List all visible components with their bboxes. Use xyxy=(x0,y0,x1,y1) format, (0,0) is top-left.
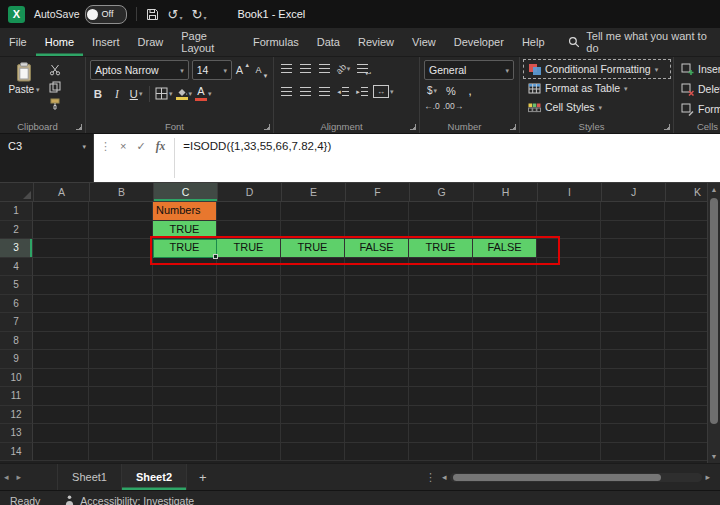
row-header-13[interactable]: 13 xyxy=(0,424,33,443)
cut-button[interactable] xyxy=(47,63,63,76)
cell-F13[interactable] xyxy=(345,424,409,443)
cell-B6[interactable] xyxy=(89,295,153,314)
cell-F4[interactable] xyxy=(345,258,409,277)
cell-H8[interactable] xyxy=(473,332,537,351)
column-header-D[interactable]: D xyxy=(218,183,282,202)
sheet-tab-sheet2[interactable]: Sheet2 xyxy=(122,464,187,490)
cell-C10[interactable] xyxy=(153,369,217,388)
cell-F14[interactable] xyxy=(345,443,409,462)
cell-C3[interactable]: TRUE xyxy=(153,239,217,258)
horizontal-scroll-track[interactable] xyxy=(450,473,703,482)
cell-F6[interactable] xyxy=(345,295,409,314)
cell-G3[interactable]: TRUE xyxy=(409,239,473,258)
copy-button[interactable] xyxy=(47,80,63,93)
row-header-6[interactable]: 6 xyxy=(0,295,33,314)
cell-C9[interactable] xyxy=(153,350,217,369)
cell-G10[interactable] xyxy=(409,369,473,388)
cell-C11[interactable] xyxy=(153,387,217,406)
column-header-J[interactable]: J xyxy=(602,183,666,202)
cell-F8[interactable] xyxy=(345,332,409,351)
alignment-dialog-launcher[interactable] xyxy=(408,122,417,131)
cell-J11[interactable] xyxy=(601,387,665,406)
cell-B2[interactable] xyxy=(89,221,153,240)
cell-H4[interactable] xyxy=(473,258,537,277)
cell-F11[interactable] xyxy=(345,387,409,406)
cell-G2[interactable] xyxy=(409,221,473,240)
sheet-nav-right-icon[interactable]: ▸ xyxy=(13,464,26,490)
cell-H12[interactable] xyxy=(473,406,537,425)
cell-E2[interactable] xyxy=(281,221,345,240)
cell-E8[interactable] xyxy=(281,332,345,351)
cell-D4[interactable] xyxy=(217,258,281,277)
tab-developer[interactable]: Developer xyxy=(445,28,513,56)
cell-D5[interactable] xyxy=(217,276,281,295)
cell-A3[interactable] xyxy=(33,239,89,258)
cell-G14[interactable] xyxy=(409,443,473,462)
cell-A1[interactable] xyxy=(33,202,89,221)
cell-C13[interactable] xyxy=(153,424,217,443)
cell-G5[interactable] xyxy=(409,276,473,295)
align-right-button[interactable] xyxy=(316,83,332,100)
cell-B1[interactable] xyxy=(89,202,153,221)
tab-home[interactable]: Home xyxy=(36,28,83,56)
number-dialog-launcher[interactable] xyxy=(508,122,517,131)
cell-H3[interactable]: FALSE xyxy=(473,239,537,258)
cell-B7[interactable] xyxy=(89,313,153,332)
column-header-A[interactable]: A xyxy=(34,183,90,202)
cell-B9[interactable] xyxy=(89,350,153,369)
row-header-14[interactable]: 14 xyxy=(0,443,33,462)
font-name-combo[interactable]: Aptos Narrow▾ xyxy=(90,60,189,80)
cell-C1[interactable]: Numbers xyxy=(153,202,217,221)
cell-B14[interactable] xyxy=(89,443,153,462)
row-header-4[interactable]: 4 xyxy=(0,258,33,277)
cell-I11[interactable] xyxy=(537,387,601,406)
cell-E11[interactable] xyxy=(281,387,345,406)
sheetbar-menu-icon[interactable]: ⋮ xyxy=(419,464,442,490)
cell-H5[interactable] xyxy=(473,276,537,295)
increase-decimal-button[interactable]: ←.0 xyxy=(424,97,440,114)
horizontal-scroll-thumb[interactable] xyxy=(453,474,661,481)
cell-I7[interactable] xyxy=(537,313,601,332)
align-middle-button[interactable] xyxy=(297,60,313,77)
tab-file[interactable]: File xyxy=(0,28,36,56)
column-header-G[interactable]: G xyxy=(410,183,474,202)
cell-F7[interactable] xyxy=(345,313,409,332)
enter-button[interactable]: ✓ xyxy=(131,134,150,182)
format-cells-button[interactable]: Format▾ xyxy=(678,100,720,118)
cell-D11[interactable] xyxy=(217,387,281,406)
cell-G11[interactable] xyxy=(409,387,473,406)
cell-I3[interactable] xyxy=(537,239,601,258)
cell-D7[interactable] xyxy=(217,313,281,332)
cell-G1[interactable] xyxy=(409,202,473,221)
clipboard-dialog-launcher[interactable] xyxy=(74,122,83,131)
row-header-9[interactable]: 9 xyxy=(0,350,33,369)
cell-A14[interactable] xyxy=(33,443,89,462)
scroll-right-icon[interactable]: ▸ xyxy=(705,472,710,482)
cell-D13[interactable] xyxy=(217,424,281,443)
cell-F12[interactable] xyxy=(345,406,409,425)
number-format-combo[interactable]: General▾ xyxy=(424,60,514,80)
cell-I1[interactable] xyxy=(537,202,601,221)
column-header-B[interactable]: B xyxy=(90,183,154,202)
font-color-button[interactable]: A▾ xyxy=(195,85,212,102)
cell-G13[interactable] xyxy=(409,424,473,443)
wrap-text-button[interactable]: ↩ xyxy=(354,60,370,77)
row-header-12[interactable]: 12 xyxy=(0,406,33,425)
comma-style-button[interactable]: , xyxy=(462,82,478,99)
cell-D12[interactable] xyxy=(217,406,281,425)
tab-formulas[interactable]: Formulas xyxy=(244,28,308,56)
bold-button[interactable]: B xyxy=(90,85,106,102)
cell-H9[interactable] xyxy=(473,350,537,369)
cell-I4[interactable] xyxy=(537,258,601,277)
scroll-left-icon[interactable]: ◂ xyxy=(442,472,447,482)
autosave-toggle[interactable]: Off xyxy=(85,5,127,24)
font-dialog-launcher[interactable] xyxy=(262,122,271,131)
cell-D3[interactable]: TRUE xyxy=(217,239,281,258)
cell-J6[interactable] xyxy=(601,295,665,314)
cell-A5[interactable] xyxy=(33,276,89,295)
insert-cells-button[interactable]: Insert▾ xyxy=(678,60,720,78)
cell-I6[interactable] xyxy=(537,295,601,314)
fill-handle[interactable] xyxy=(213,254,218,259)
tab-help[interactable]: Help xyxy=(513,28,554,56)
cell-D2[interactable] xyxy=(217,221,281,240)
